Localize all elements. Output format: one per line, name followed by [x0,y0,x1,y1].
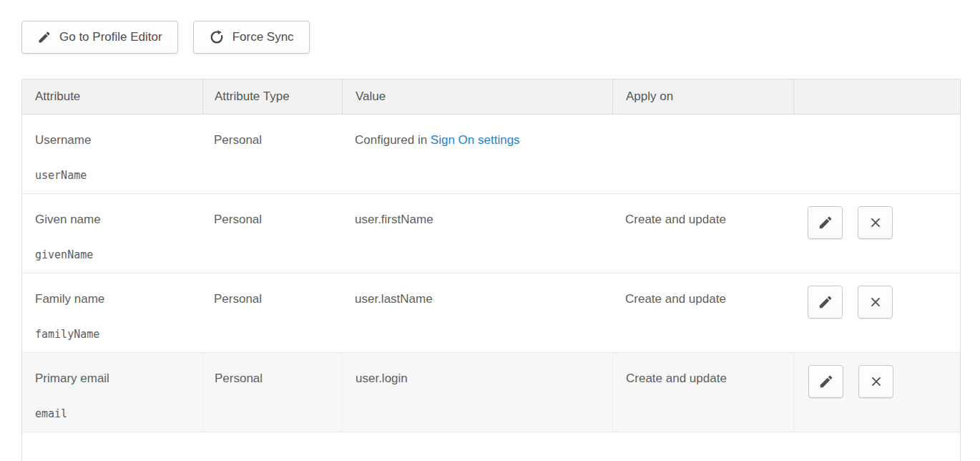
column-header-actions [793,79,960,114]
value-cell: user.lastName [342,273,612,352]
apply-on-cell: Create and update [612,273,793,352]
attribute-type-cell: Personal [202,194,342,273]
value-prefix-text: Configured in [355,133,431,147]
force-sync-button[interactable]: Force Sync [193,21,310,54]
attribute-mappings-page: Go to Profile Editor Force Sync Attribut… [0,0,961,461]
actions-cell [793,353,960,432]
actions-cell [793,273,960,352]
attribute-cell: Family name familyName [22,273,202,352]
attribute-cell: Given name givenName [22,194,202,273]
force-sync-label: Force Sync [232,30,294,44]
actions-cell [793,194,960,273]
value-cell: Configured in Sign On settings [342,115,612,193]
sync-icon [209,29,225,45]
table-header-row: Attribute Attribute Type Value Apply on [22,79,960,115]
delete-mapping-button[interactable] [858,286,893,319]
attribute-type-cell: Personal [202,115,342,193]
sign-on-settings-link[interactable]: Sign On settings [431,133,520,147]
attribute-variable-name: email [35,407,202,421]
toolbar: Go to Profile Editor Force Sync [21,21,961,54]
apply-on-cell [612,115,793,193]
table-row-partial [22,432,960,461]
column-header-attribute: Attribute [22,79,202,114]
edit-mapping-button[interactable] [808,365,843,398]
attribute-label: Primary email [35,371,202,387]
apply-on-cell: Create and update [612,194,793,273]
go-to-profile-editor-label: Go to Profile Editor [59,30,162,44]
attribute-variable-name: userName [35,168,202,183]
table-row: Primary email email Personal user.login … [22,353,960,432]
pencil-icon [818,294,833,310]
pencil-icon [818,215,833,230]
attribute-cell: Username userName [22,115,202,193]
column-header-value: Value [342,79,612,114]
attribute-type-cell: Personal [202,273,342,352]
close-icon [868,374,884,389]
edit-mapping-button[interactable] [808,206,843,239]
table-row: Username userName Personal Configured in… [22,115,960,194]
value-cell: user.login [342,353,612,432]
attribute-label: Username [35,132,202,148]
actions-cell [793,115,960,193]
attribute-mappings-table: Attribute Attribute Type Value Apply on … [21,79,961,461]
pencil-icon [37,30,52,44]
attribute-label: Given name [35,212,202,228]
close-icon [868,294,883,310]
edit-mapping-button[interactable] [808,286,843,319]
table-row: Given name givenName Personal user.first… [22,194,960,273]
pencil-icon [818,374,834,389]
attribute-cell: Primary email email [22,353,202,432]
attribute-variable-name: givenName [35,248,202,262]
column-header-attribute-type: Attribute Type [202,79,342,114]
go-to-profile-editor-button[interactable]: Go to Profile Editor [21,21,178,54]
table-row: Family name familyName Personal user.las… [22,273,960,353]
delete-mapping-button[interactable] [858,365,893,398]
attribute-type-cell: Personal [202,353,342,432]
delete-mapping-button[interactable] [858,206,893,239]
attribute-variable-name: familyName [35,327,202,341]
apply-on-cell: Create and update [612,353,793,432]
value-cell: user.firstName [342,194,612,273]
close-icon [868,215,883,230]
column-header-apply-on: Apply on [612,79,793,114]
attribute-label: Family name [35,291,202,307]
